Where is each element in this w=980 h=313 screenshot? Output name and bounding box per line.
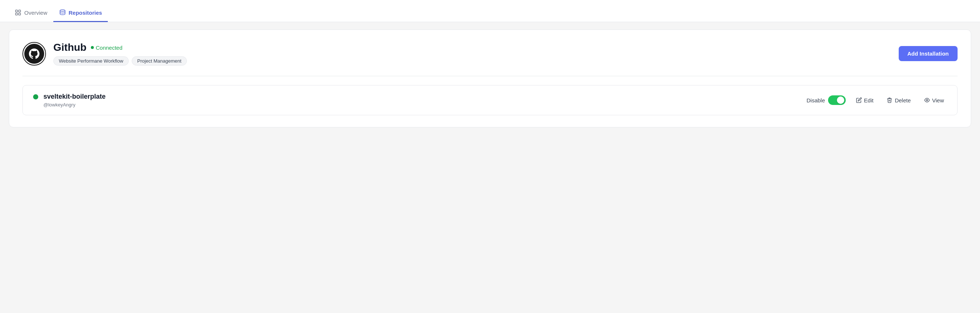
repo-card: sveltekit-boilerplate @lowkeyAngry Disab…: [22, 85, 958, 115]
tag-workflow: Website Performane Workflow: [53, 56, 129, 65]
toggle-thumb: [837, 96, 844, 104]
view-button[interactable]: View: [921, 96, 947, 105]
toggle-track: [828, 95, 846, 105]
tab-overview[interactable]: Overview: [9, 9, 53, 22]
github-info: Github Connected Website Performane Work…: [22, 42, 187, 65]
svg-rect-1: [19, 10, 21, 12]
svg-point-5: [24, 44, 44, 64]
edit-label: Edit: [864, 97, 874, 104]
view-icon: [924, 97, 930, 103]
add-installation-button[interactable]: Add Installation: [899, 46, 958, 61]
repositories-icon: [59, 9, 66, 16]
repo-status-dot: [33, 94, 38, 99]
svg-rect-0: [16, 10, 17, 12]
tab-overview-label: Overview: [24, 10, 48, 16]
connected-label: Connected: [95, 45, 123, 51]
tab-repositories-label: Repositories: [69, 10, 102, 16]
tab-bar: Overview Repositories: [0, 0, 980, 22]
connected-badge: Connected: [91, 45, 123, 51]
repo-right: Disable: [807, 95, 947, 105]
section-divider: [22, 76, 958, 76]
edit-button[interactable]: Edit: [853, 96, 877, 105]
repo-name: sveltekit-boilerplate: [43, 93, 106, 101]
svg-rect-2: [16, 13, 17, 15]
github-name: Github: [53, 42, 86, 53]
github-name-row: Github Connected: [53, 42, 187, 53]
repo-left: sveltekit-boilerplate @lowkeyAngry: [33, 93, 106, 107]
edit-icon: [856, 97, 862, 103]
disable-label: Disable: [807, 97, 825, 104]
view-label: View: [932, 97, 944, 104]
tags-row: Website Performane Workflow Project Mana…: [53, 56, 187, 65]
delete-icon: [886, 97, 892, 103]
tag-project: Project Management: [132, 56, 187, 65]
repo-info: sveltekit-boilerplate @lowkeyAngry: [43, 93, 106, 107]
github-details: Github Connected Website Performane Work…: [53, 42, 187, 65]
github-avatar: [22, 42, 46, 65]
delete-label: Delete: [895, 97, 910, 104]
repo-owner: @lowkeyAngry: [43, 102, 106, 107]
toggle-switch[interactable]: [828, 95, 846, 105]
svg-point-6: [926, 99, 928, 101]
tab-repositories[interactable]: Repositories: [53, 9, 108, 22]
main-card: Github Connected Website Performane Work…: [9, 29, 971, 128]
overview-icon: [15, 9, 21, 16]
main-content: Github Connected Website Performane Work…: [0, 22, 980, 135]
delete-button[interactable]: Delete: [884, 96, 913, 105]
svg-rect-3: [19, 13, 21, 15]
github-header: Github Connected Website Performane Work…: [22, 42, 958, 65]
svg-point-4: [60, 10, 65, 12]
disable-section: Disable: [807, 95, 846, 105]
page-wrapper: Overview Repositories: [0, 0, 980, 135]
connected-dot: [91, 46, 94, 49]
